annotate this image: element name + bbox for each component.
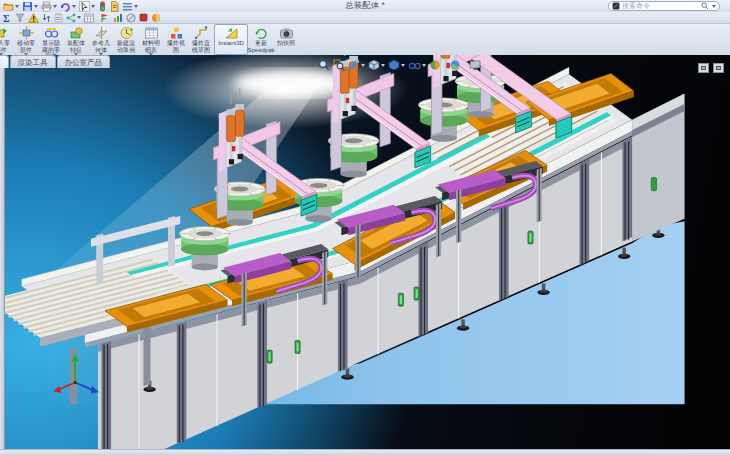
explode-line-sketch-button[interactable]: 爆炸直 线草图: [189, 24, 213, 55]
window-split-icon[interactable]: [713, 63, 724, 73]
edit-appearance-icon[interactable]: [429, 59, 446, 71]
window-restore-icon[interactable]: [698, 63, 709, 73]
svg-text:Σ: Σ: [3, 13, 10, 23]
undo-icon[interactable]: [59, 1, 77, 12]
ribbon-tab-strip: 装配体 渲染工具 办公室产品: [0, 55, 111, 68]
update-speedpak-button[interactable]: 更新 Speedpak: [249, 24, 273, 55]
print-icon[interactable]: [40, 1, 58, 12]
instant3d-button[interactable]: Instant3D: [214, 24, 248, 55]
main-area: 装配体 渲染工具 办公室产品: [0, 55, 730, 449]
move-component-button[interactable]: 移动零 部件: [14, 24, 38, 55]
section-view-icon[interactable]: [348, 59, 365, 71]
status-bar: [0, 449, 730, 455]
assembly-features-button[interactable]: 装配体 特征: [64, 24, 88, 55]
apply-scene-icon[interactable]: [449, 59, 466, 71]
search-placeholder: 搜索命令: [622, 1, 699, 11]
search-icon[interactable]: [701, 2, 709, 10]
tab-assembly[interactable]: 装配体: [0, 55, 9, 68]
equations-icon[interactable]: Σ: [2, 13, 12, 23]
title-bar: 总装配体 * 搜索命令: [0, 0, 730, 12]
search-commands-input[interactable]: 搜索命令: [608, 1, 720, 11]
reorder-icon[interactable]: [42, 13, 51, 23]
solidworks-window: 总装配体 * 搜索命令 Σ 插入零 部件 移动零 部件: [0, 0, 730, 455]
viewport-window-buttons: [698, 63, 724, 73]
bill-of-materials-button[interactable]: 材料明 细表: [139, 24, 163, 55]
view-settings-icon[interactable]: [469, 59, 486, 71]
color-chart-icon[interactable]: [113, 13, 123, 23]
insert-component-button[interactable]: 插入零 部件: [0, 24, 13, 55]
select-icon[interactable]: [78, 1, 96, 12]
reference-geometry-button[interactable]: 参考几 何体: [89, 24, 113, 55]
show-hidden-components-button[interactable]: 显示隐 藏的零 部件: [39, 24, 63, 55]
graphics-viewport[interactable]: [0, 55, 730, 449]
command-manager-ribbon: 插入零 部件 移动零 部件 显示隐 藏的零 部件 装配体 特征 参考几 何体 新…: [0, 24, 730, 55]
disable-render-icon[interactable]: [126, 13, 136, 23]
save-icon[interactable]: [21, 1, 39, 12]
utility-toolbar: Σ: [0, 12, 730, 24]
new-motion-study-button[interactable]: 新建运 动算例: [114, 24, 138, 55]
stop-render-icon[interactable]: [139, 13, 148, 22]
tab-render-tools[interactable]: 渲染工具: [10, 55, 56, 68]
render-flag-icon[interactable]: [100, 13, 110, 23]
open-icon[interactable]: [2, 1, 20, 12]
machine-3d-model: [0, 55, 730, 449]
take-snapshot-button[interactable]: 拍快照: [274, 24, 298, 55]
clipboard-icon[interactable]: [54, 13, 63, 23]
zoom-fit-icon[interactable]: [318, 59, 330, 71]
material-ball-icon[interactable]: [151, 13, 161, 23]
hide-show-items-icon[interactable]: [408, 59, 426, 71]
display-style-icon[interactable]: [388, 59, 405, 71]
view-orientation-icon[interactable]: [368, 59, 385, 71]
filter-icon[interactable]: [15, 13, 25, 23]
interference-warning-icon[interactable]: [28, 13, 39, 23]
feature-manager-strip[interactable]: [0, 55, 5, 449]
headsup-view-toolbar: [318, 59, 486, 71]
file-properties-icon[interactable]: [109, 1, 120, 12]
table-grid-icon[interactable]: [84, 13, 94, 23]
tab-office-products[interactable]: 办公室产品: [57, 55, 111, 68]
quick-access-toolbar: [0, 1, 139, 12]
zoom-area-icon[interactable]: [333, 59, 345, 71]
options-icon[interactable]: [121, 1, 139, 12]
share-icon[interactable]: [66, 13, 81, 23]
sw-logo-icon: [612, 2, 620, 10]
rebuild-icon[interactable]: [97, 1, 108, 12]
search-options-caret[interactable]: [712, 5, 716, 8]
exploded-view-button[interactable]: 爆炸视 图: [164, 24, 188, 55]
